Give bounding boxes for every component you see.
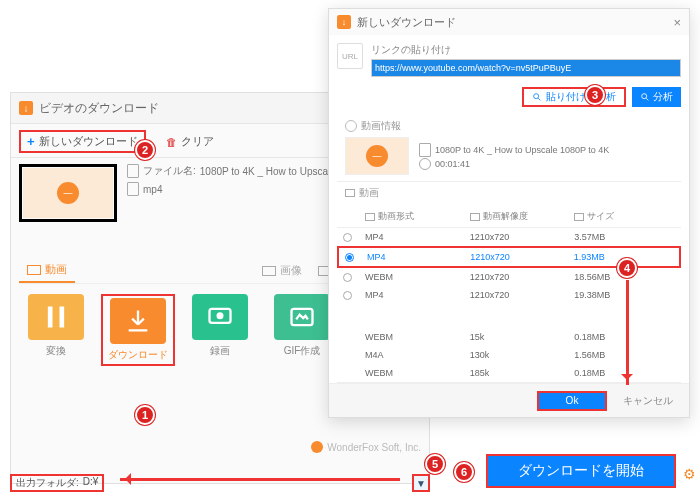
dialog-footer: Ok キャンセル — [329, 383, 689, 417]
brand-text: WonderFox Soft, Inc. — [327, 442, 421, 453]
radio-icon[interactable] — [345, 253, 354, 262]
play-icon: — — [366, 145, 388, 167]
start-download-button[interactable]: ダウンロードを開始 — [486, 454, 676, 488]
tab-image-label: 画像 — [280, 263, 302, 278]
svg-point-1 — [217, 312, 224, 319]
dialog-body: URL リンクの貼り付け 貼り付けと分析 分析 動画情報 — — [329, 35, 689, 383]
svg-point-6 — [642, 94, 647, 99]
format-row[interactable]: MP41210x7203.57MB — [337, 228, 681, 246]
brand-icon — [311, 441, 323, 453]
analyze-row: 貼り付けと分析 分析 — [337, 83, 681, 115]
ok-button[interactable]: Ok — [537, 391, 607, 411]
callout-badge-3: 3 — [585, 85, 605, 105]
main-title-text: ビデオのダウンロード — [39, 100, 159, 117]
tile-download-label: ダウンロード — [108, 348, 168, 362]
trash-icon: 🗑 — [166, 136, 177, 148]
paste-analyze-label: 貼り付けと分析 — [546, 90, 616, 104]
video-tab-icon — [27, 265, 41, 275]
video-title: 1080P to 4K _ How to Upscale 1080P to 4K — [435, 145, 609, 155]
convert-icon — [28, 294, 84, 340]
new-download-button[interactable]: + 新しいダウンロード — [19, 130, 146, 153]
head-size: サイズ — [587, 210, 614, 223]
tab-video[interactable]: 動画 — [19, 258, 75, 283]
cancel-button[interactable]: キャンセル — [617, 393, 679, 409]
tab-video-label: 動画 — [45, 262, 67, 277]
clear-label: クリア — [181, 134, 214, 149]
dialog-title-text: 新しいダウンロード — [357, 15, 456, 30]
download-app-icon: ↓ — [337, 15, 351, 29]
tile-record[interactable]: 録画 — [183, 294, 257, 366]
svg-point-5 — [534, 94, 539, 99]
thumbnail-frame: — — [19, 164, 117, 222]
video-icon — [345, 189, 355, 197]
play-icon: — — [57, 182, 79, 204]
format-icon — [127, 182, 139, 196]
output-folder-dropdown[interactable]: ▼ — [412, 474, 430, 492]
settings-icon[interactable]: ⚙ — [681, 466, 697, 482]
head-format: 動画形式 — [378, 210, 414, 223]
callout-badge-2: 2 — [135, 140, 155, 160]
search-icon — [640, 92, 650, 102]
head-resolution: 動画解像度 — [483, 210, 528, 223]
info-icon — [345, 120, 357, 132]
output-folder-path: D:¥ — [83, 476, 99, 490]
video-meta: 1080P to 4K _ How to Upscale 1080P to 4K… — [419, 142, 609, 171]
radio-icon[interactable] — [343, 291, 352, 300]
analyze-label: 分析 — [653, 90, 673, 104]
image-tab-icon — [262, 266, 276, 276]
url-label: リンクの貼り付け — [371, 43, 681, 57]
output-folder-label: 出力フォルダ: — [16, 476, 79, 490]
paste-analyze-button[interactable]: 貼り付けと分析 — [522, 87, 626, 107]
tile-convert-label: 変換 — [46, 344, 66, 358]
clear-button[interactable]: 🗑 クリア — [166, 130, 214, 153]
url-icon: URL — [337, 43, 363, 69]
tab-image[interactable]: 画像 — [254, 258, 310, 283]
new-download-label: 新しいダウンロード — [39, 134, 138, 149]
radio-icon[interactable] — [343, 273, 352, 282]
video-thumbnail: — — [345, 137, 409, 175]
download-app-icon: ↓ — [19, 101, 33, 115]
new-download-dialog: ↓ 新しいダウンロード × URL リンクの貼り付け 貼り付けと分析 分析 動画… — [328, 8, 690, 418]
video-info-label: 動画情報 — [337, 115, 681, 137]
record-icon — [192, 294, 248, 340]
url-input[interactable] — [371, 59, 681, 77]
annotation-arrow — [626, 280, 629, 385]
format-row[interactable]: M4A130k1.56MB — [337, 346, 681, 364]
tile-convert[interactable]: 変換 — [19, 294, 93, 366]
tile-gif-label: GIF作成 — [284, 344, 321, 358]
video-duration: 00:01:41 — [435, 159, 470, 169]
file-icon — [419, 143, 431, 157]
file-icon — [127, 164, 139, 178]
format-row[interactable]: WEBM15k0.18MB — [337, 328, 681, 346]
radio-icon[interactable] — [343, 233, 352, 242]
download-icon — [110, 298, 166, 344]
url-row: URL リンクの貼り付け — [337, 35, 681, 83]
size-col-icon — [574, 213, 584, 221]
gif-icon — [274, 294, 330, 340]
annotation-arrow — [120, 478, 400, 481]
callout-badge-5: 5 — [425, 454, 445, 474]
output-folder-bar: 出力フォルダ: D:¥ ▼ — [10, 472, 430, 494]
callout-badge-6: 6 — [454, 462, 474, 482]
brand-footer: WonderFox Soft, Inc. — [311, 441, 421, 453]
tile-record-label: 録画 — [210, 344, 230, 358]
plus-icon: + — [27, 134, 35, 149]
dialog-title-bar: ↓ 新しいダウンロード × — [329, 9, 689, 35]
format-row[interactable]: MP41210x72019.38MB — [337, 286, 681, 304]
callout-badge-1: 1 — [135, 405, 155, 425]
close-icon[interactable]: × — [673, 15, 681, 30]
analyze-button[interactable]: 分析 — [632, 87, 681, 107]
format-col-icon — [365, 213, 375, 221]
resolution-col-icon — [470, 213, 480, 221]
tile-download[interactable]: ダウンロード — [101, 294, 175, 366]
format-header-row: 動画形式 動画解像度 サイズ — [337, 204, 681, 228]
video-info-row: — 1080P to 4K _ How to Upscale 1080P to … — [337, 137, 681, 182]
callout-badge-4: 4 — [617, 258, 637, 278]
video-section-label: 動画 — [337, 182, 681, 204]
filename-label: ファイル名: — [143, 164, 196, 178]
search-icon — [532, 92, 542, 102]
video-thumbnail: — — [23, 168, 113, 218]
clock-icon — [419, 158, 431, 170]
output-folder-box[interactable]: 出力フォルダ: D:¥ — [10, 474, 104, 492]
